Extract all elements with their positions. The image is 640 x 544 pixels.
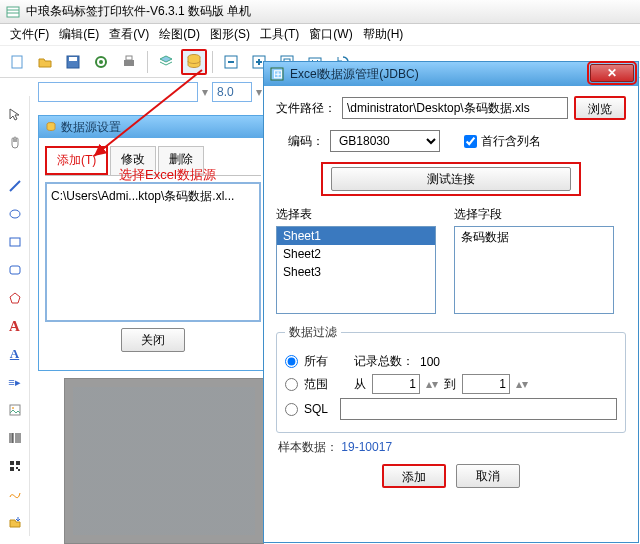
- svg-line-19: [10, 181, 20, 191]
- app-title: 中琅条码标签打印软件-V6.3.1 数码版 单机: [26, 3, 251, 20]
- menu-file[interactable]: 文件(F): [6, 24, 53, 45]
- datasource-dialog: 数据源设置 添加(T) 修改 删除 选择Excel数据源 C:\Users\Ad…: [38, 115, 268, 371]
- text-tool[interactable]: A: [5, 316, 25, 336]
- pointer-tool[interactable]: [5, 104, 25, 124]
- svg-rect-32: [16, 461, 20, 465]
- font-family-input[interactable]: [38, 82, 198, 102]
- settings-button[interactable]: [88, 49, 114, 75]
- svg-rect-0: [7, 7, 19, 17]
- image-tool[interactable]: [5, 400, 25, 420]
- sample-label: 样本数据：: [278, 440, 338, 454]
- list-item[interactable]: Sheet3: [277, 263, 435, 281]
- app-icon: [6, 5, 20, 19]
- select-field-label: 选择字段: [454, 206, 614, 223]
- font-combo-row: ▾ ▾: [38, 82, 262, 102]
- cancel-button[interactable]: 取消: [456, 464, 520, 488]
- encoding-label: 编码：: [288, 133, 324, 150]
- excel-icon: ⊞: [270, 67, 284, 81]
- sql-input[interactable]: [340, 398, 617, 420]
- sample-value: 19-10017: [341, 440, 392, 454]
- list-item[interactable]: 条码数据: [455, 227, 613, 248]
- open-button[interactable]: [32, 49, 58, 75]
- menu-help[interactable]: 帮助(H): [359, 24, 408, 45]
- svg-rect-8: [124, 60, 134, 66]
- svg-point-7: [99, 60, 103, 64]
- roundrect-tool[interactable]: [5, 260, 25, 280]
- excel-dialog-titlebar[interactable]: ⊞ Excel数据源管理(JDBC) ✕: [264, 62, 638, 86]
- browse-button[interactable]: 浏览: [574, 96, 626, 120]
- svg-point-24: [12, 407, 14, 409]
- menu-window[interactable]: 窗口(W): [305, 24, 356, 45]
- qrcode-tool[interactable]: [5, 456, 25, 476]
- menu-draw[interactable]: 绘图(D): [155, 24, 204, 45]
- save-button[interactable]: [60, 49, 86, 75]
- field-listbox[interactable]: 条码数据: [454, 226, 614, 314]
- layer-button[interactable]: [153, 49, 179, 75]
- radio-range[interactable]: [285, 378, 298, 391]
- svg-point-41: [569, 524, 579, 534]
- firstrow-input[interactable]: [464, 135, 477, 148]
- database-button[interactable]: [181, 49, 207, 75]
- barcode-tool[interactable]: [5, 428, 25, 448]
- print-button[interactable]: [116, 49, 142, 75]
- test-connection-wrap: 测试连接: [321, 162, 581, 196]
- line-tool[interactable]: [5, 176, 25, 196]
- menu-view[interactable]: 查看(V): [105, 24, 153, 45]
- zoom-out-button[interactable]: [218, 49, 244, 75]
- tool-palette: A A ≡▸: [0, 96, 30, 536]
- tab-add[interactable]: 添加(T): [45, 146, 108, 175]
- svg-text:⊞: ⊞: [273, 67, 283, 81]
- radio-all[interactable]: [285, 355, 298, 368]
- canvas-area[interactable]: [64, 378, 264, 544]
- radio-sql[interactable]: [285, 403, 298, 416]
- menu-edit[interactable]: 编辑(E): [55, 24, 103, 45]
- add-button[interactable]: 添加: [382, 464, 446, 488]
- close-button[interactable]: 关闭: [121, 328, 185, 352]
- encoding-select[interactable]: GB18030: [330, 130, 440, 152]
- list-item[interactable]: Sheet1: [277, 227, 435, 245]
- table-listbox[interactable]: Sheet1 Sheet2 Sheet3: [276, 226, 436, 314]
- firstrow-checkbox[interactable]: 首行含列名: [464, 133, 541, 150]
- filter-legend: 数据过滤: [285, 324, 341, 341]
- svg-rect-34: [16, 467, 18, 469]
- curve-tool[interactable]: [5, 484, 25, 504]
- to-spinner[interactable]: [462, 374, 510, 394]
- font-size-input[interactable]: [212, 82, 252, 102]
- path-label: 文件路径：: [276, 100, 336, 117]
- svg-rect-22: [10, 266, 20, 274]
- list-item[interactable]: Sheet2: [277, 245, 435, 263]
- datasource-list[interactable]: C:\Users\Admi...ktop\条码数据.xl...: [45, 182, 261, 322]
- svg-rect-23: [10, 405, 20, 415]
- richtext-tool[interactable]: A: [5, 344, 25, 364]
- rect-tool[interactable]: [5, 232, 25, 252]
- svg-rect-35: [18, 469, 20, 471]
- svg-rect-3: [12, 56, 22, 68]
- path-input[interactable]: [342, 97, 568, 119]
- menu-shape[interactable]: 图形(S): [206, 24, 254, 45]
- hand-tool[interactable]: [5, 132, 25, 152]
- vtext-tool[interactable]: ≡▸: [5, 372, 25, 392]
- dialog-close-button[interactable]: ✕: [590, 64, 634, 82]
- svg-rect-21: [10, 238, 20, 246]
- filter-fieldset: 数据过滤 所有 记录总数： 100 范围 从 ▴▾ 到 ▴▾ SQL: [276, 324, 626, 433]
- watermark: 悟空问答: [562, 520, 632, 538]
- new-doc-button[interactable]: [4, 49, 30, 75]
- list-item[interactable]: C:\Users\Admi...ktop\条码数据.xl...: [51, 188, 255, 205]
- import-tool[interactable]: [5, 512, 25, 532]
- annotation-text: 选择Excel数据源: [119, 166, 216, 184]
- app-titlebar: 中琅条码标签打印软件-V6.3.1 数码版 单机: [0, 0, 640, 24]
- test-connection-button[interactable]: 测试连接: [331, 167, 571, 191]
- svg-rect-5: [69, 57, 77, 61]
- menubar: 文件(F) 编辑(E) 查看(V) 绘图(D) 图形(S) 工具(T) 窗口(W…: [0, 24, 640, 46]
- from-spinner[interactable]: [372, 374, 420, 394]
- db-icon: [45, 121, 57, 133]
- total-count: 100: [420, 355, 440, 369]
- menu-tool[interactable]: 工具(T): [256, 24, 303, 45]
- watermark-icon: [562, 520, 580, 538]
- svg-rect-33: [10, 467, 14, 471]
- svg-point-20: [10, 210, 20, 218]
- ellipse-tool[interactable]: [5, 204, 25, 224]
- datasource-dialog-title[interactable]: 数据源设置: [39, 116, 267, 138]
- polygon-tool[interactable]: [5, 288, 25, 308]
- svg-rect-9: [126, 56, 132, 60]
